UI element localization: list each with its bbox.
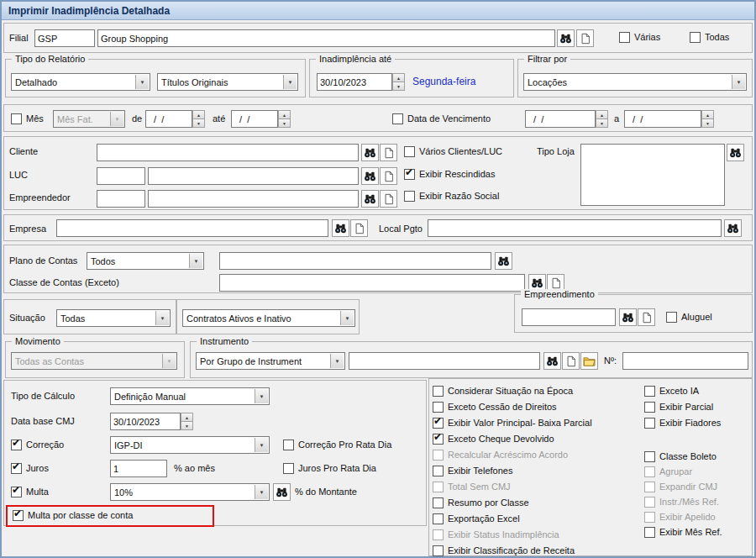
correcao-prorata-checkbox[interactable]: Correção Pro Rata Dia <box>283 440 391 450</box>
empresa-input[interactable] <box>56 219 328 237</box>
option-checkbox[interactable]: Exibir Parcial <box>644 402 713 413</box>
todas-checkbox[interactable]: Todas <box>690 32 729 43</box>
juros-input[interactable] <box>110 460 167 477</box>
vencimento-de-spinner[interactable]: ▲▼ <box>596 110 608 128</box>
dropdown-arrow-icon[interactable]: ▼ <box>189 254 202 268</box>
dropdown-arrow-icon[interactable]: ▼ <box>135 75 149 89</box>
instrumento-folder-button[interactable] <box>580 352 598 370</box>
mes-ate-spinner[interactable]: ▲▼ <box>278 110 291 128</box>
filial-new-button[interactable] <box>576 29 594 47</box>
filtrar-por-select[interactable]: Locações ▼ <box>523 73 747 91</box>
option-checkbox[interactable]: Exibir Fiadores <box>644 418 721 429</box>
empreendimento-new-button[interactable] <box>638 308 655 326</box>
mes-de-input[interactable] <box>145 110 192 128</box>
dropdown-arrow-icon[interactable]: ▼ <box>330 354 344 368</box>
inadimplencia-date-spinner[interactable]: ▲▼ <box>392 73 405 91</box>
spinner-down-icon[interactable]: ▼ <box>192 119 205 128</box>
option-checkbox[interactable]: Exceto IA <box>644 386 699 397</box>
option-checkbox[interactable]: Exibir Telefones <box>433 466 512 476</box>
spinner-down-icon[interactable]: ▼ <box>181 422 193 430</box>
varias-checkbox[interactable]: Várias <box>619 32 660 43</box>
local-pgto-input[interactable] <box>428 219 722 237</box>
empresa-search-button[interactable] <box>332 219 349 237</box>
dropdown-arrow-icon[interactable]: ▼ <box>255 389 268 403</box>
option-checkbox[interactable]: Resumo por Classe <box>433 497 529 508</box>
empreendimento-input[interactable] <box>522 308 616 326</box>
multa-classe-checkbox[interactable]: Multa por classe de conta <box>13 510 133 521</box>
instrumento-search-button[interactable] <box>543 352 561 370</box>
instrumento-input[interactable] <box>349 352 540 370</box>
juros-checkbox[interactable]: Juros <box>11 463 49 474</box>
spinner-down-icon[interactable]: ▼ <box>392 82 405 91</box>
instrumento-new-button[interactable] <box>562 352 580 370</box>
local-pgto-search-button[interactable] <box>724 219 742 237</box>
spinner-up-icon[interactable]: ▲ <box>181 413 193 422</box>
empreendedor-search-button[interactable] <box>361 190 379 208</box>
data-base-input[interactable] <box>110 413 181 430</box>
option-checkbox[interactable]: Exibir Valor Principal- Baixa Parcial <box>433 418 592 429</box>
spinner-down-icon[interactable]: ▼ <box>701 119 714 128</box>
juros-prorata-checkbox[interactable]: Juros Pro Rata Dia <box>283 463 376 474</box>
empreendedor-new-button[interactable] <box>380 190 397 208</box>
varios-clientes-checkbox[interactable]: Vários Clientes/LUC <box>404 146 502 157</box>
data-vencimento-checkbox[interactable]: Data de Vencimento <box>392 113 491 124</box>
dropdown-arrow-icon[interactable]: ▼ <box>283 75 297 89</box>
option-checkbox[interactable]: Exibir Classificação de Receita <box>433 545 575 556</box>
dropdown-arrow-icon[interactable]: ▼ <box>155 311 169 325</box>
plano-contas-input[interactable] <box>219 252 491 270</box>
filial-name-input[interactable] <box>97 29 555 47</box>
cliente-input[interactable] <box>97 144 359 161</box>
vencimento-a-spinner[interactable]: ▲▼ <box>701 110 714 128</box>
tipo-loja-listbox[interactable] <box>580 144 725 206</box>
spinner-up-icon[interactable]: ▲ <box>392 73 405 82</box>
empreendimento-search-button[interactable] <box>619 308 637 326</box>
dropdown-arrow-icon[interactable]: ▼ <box>340 311 354 325</box>
instrumento-select[interactable]: Por Grupo de Instrument ▼ <box>196 352 345 370</box>
luc-code-input[interactable] <box>97 167 145 185</box>
correcao-checkbox[interactable]: Correção <box>11 440 64 450</box>
dropdown-arrow-icon[interactable]: ▼ <box>732 75 745 89</box>
option-checkbox[interactable]: Exceto Cheque Devolvido <box>433 434 554 445</box>
mes-checkbox[interactable]: Mês <box>11 113 44 124</box>
vencimento-de-input[interactable] <box>525 110 596 128</box>
empreendedor-name-input[interactable] <box>148 190 359 208</box>
dropdown-arrow-icon[interactable]: ▼ <box>255 438 268 452</box>
numero-input[interactable] <box>622 352 748 370</box>
option-checkbox[interactable]: Considerar Situação na Época <box>433 386 573 397</box>
correcao-select[interactable]: IGP-DI ▼ <box>110 436 270 454</box>
option-checkbox[interactable]: Exibir Mês Ref. <box>644 527 722 538</box>
filial-code-input[interactable] <box>34 29 95 47</box>
tipo-loja-search-button[interactable] <box>727 144 744 161</box>
spinner-up-icon[interactable]: ▲ <box>596 110 608 119</box>
spinner-up-icon[interactable]: ▲ <box>278 110 291 119</box>
data-base-spinner[interactable]: ▲▼ <box>181 413 193 430</box>
inadimplencia-date-input[interactable] <box>317 73 392 91</box>
empreendedor-code-input[interactable] <box>97 190 145 208</box>
option-checkbox[interactable]: Exceto Cessão de Direitos <box>433 402 557 413</box>
option-checkbox[interactable]: Classe Boleto <box>644 451 717 462</box>
exibir-rescindidas-checkbox[interactable]: Exibir Rescindidas <box>404 169 495 180</box>
plano-contas-select[interactable]: Todos ▼ <box>87 252 204 270</box>
luc-name-input[interactable] <box>148 167 359 185</box>
luc-new-button[interactable] <box>380 167 397 185</box>
formato-select[interactable]: Detalhado ▼ <box>11 73 150 91</box>
option-checkbox[interactable]: Exportação Excel <box>433 513 520 524</box>
cliente-new-button[interactable] <box>380 144 397 161</box>
mes-de-spinner[interactable]: ▲▼ <box>192 110 205 128</box>
spinner-up-icon[interactable]: ▲ <box>701 110 714 119</box>
titulos-select[interactable]: Títulos Originais ▼ <box>157 73 298 91</box>
cliente-search-button[interactable] <box>361 144 379 161</box>
aluguel-checkbox[interactable]: Aluguel <box>666 312 712 323</box>
multa-checkbox[interactable]: Multa <box>11 487 49 497</box>
dropdown-arrow-icon[interactable]: ▼ <box>255 485 268 499</box>
spinner-up-icon[interactable]: ▲ <box>192 110 205 119</box>
filial-search-button[interactable] <box>557 29 575 47</box>
spinner-down-icon[interactable]: ▼ <box>278 119 291 128</box>
empresa-new-button[interactable] <box>350 219 368 237</box>
mes-ate-input[interactable] <box>231 110 278 128</box>
classe-contas-input[interactable] <box>219 274 525 292</box>
vencimento-a-input[interactable] <box>624 110 701 128</box>
multa-select[interactable]: 10% ▼ <box>110 483 270 501</box>
window-titlebar[interactable]: Imprimir Inadimplência Detalhada <box>2 2 754 20</box>
spinner-down-icon[interactable]: ▼ <box>596 119 608 128</box>
